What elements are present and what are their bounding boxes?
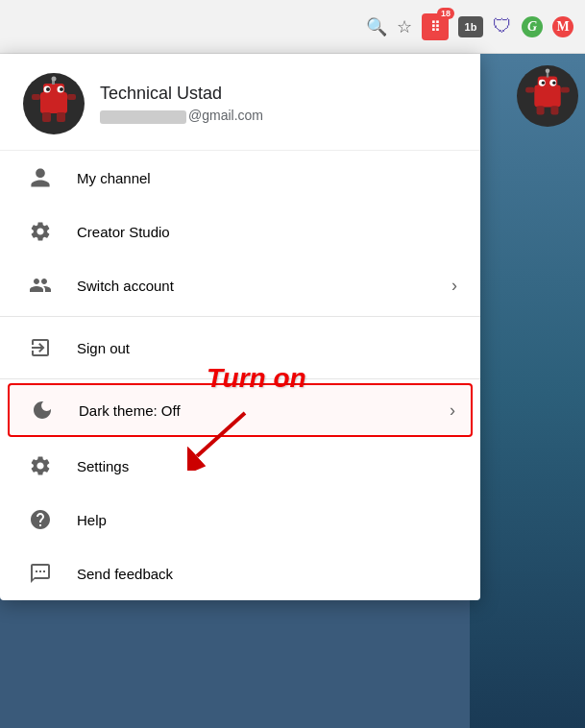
star-icon[interactable]: ☆ [397,16,412,37]
my-channel-label: My channel [77,170,457,186]
creator-studio-item[interactable]: Creator Studio [0,205,480,258]
dropdown-header: Technical Ustad @gmail.com [0,54,480,151]
switch-account-chevron: › [451,276,457,296]
background-panel [470,54,585,728]
svg-point-7 [542,82,545,85]
svg-rect-9 [537,106,545,114]
menu-divider-2 [0,378,480,379]
sign-out-icon [23,330,58,365]
svg-rect-25 [67,94,76,100]
user-avatar [23,73,85,134]
corner-avatar[interactable] [517,65,571,119]
svg-point-21 [60,87,63,91]
switch-account-icon [23,268,58,303]
svg-rect-24 [32,94,40,100]
user-info: Technical Ustad @gmail.com [100,84,263,123]
sign-out-label: Sign out [77,340,457,356]
svg-rect-23 [57,112,65,122]
send-feedback-item[interactable]: Send feedback [0,546,480,600]
email-blur [100,110,186,124]
svg-rect-11 [525,87,534,93]
switch-account-item[interactable]: Switch account › [0,258,480,312]
sign-out-item[interactable]: Sign out [0,321,480,375]
dark-theme-label: Dark theme: Off [79,402,450,419]
menu-divider-1 [0,316,480,317]
svg-rect-12 [561,87,570,93]
grammarly-icon[interactable]: G [522,16,543,37]
svg-rect-22 [42,112,51,122]
zoom-icon[interactable]: 🔍 [366,16,387,37]
svg-point-17 [52,77,57,82]
settings-icon [23,449,58,483]
help-icon [23,502,58,537]
feedback-icon [23,556,58,591]
ext-1b-icon[interactable]: 1b [458,16,483,37]
help-item[interactable]: Help [0,493,480,546]
vpn-icon[interactable]: 🛡 [493,15,512,37]
extensions-badge: 18 [437,8,454,19]
username: Technical Ustad [100,84,263,104]
svg-rect-10 [550,106,558,114]
svg-point-20 [46,87,50,91]
dark-theme-chevron: › [450,400,455,421]
extensions-wrapper[interactable]: ⠿ 18 [422,13,449,40]
account-dropdown: Technical Ustad @gmail.com My channel Cr… [0,54,480,600]
user-email: @gmail.com [100,108,263,123]
gmail-icon[interactable]: M [552,16,573,37]
svg-point-8 [552,82,555,85]
dark-theme-item[interactable]: Dark theme: Off › [8,383,473,437]
help-label: Help [77,512,457,528]
moon-icon [25,393,60,427]
browser-bar: 🔍 ☆ ⠿ 18 1b 🛡 G M [0,0,585,54]
send-feedback-label: Send feedback [77,566,457,582]
my-channel-item[interactable]: My channel [0,151,480,205]
switch-account-label: Switch account [77,278,451,294]
creator-studio-label: Creator Studio [77,224,457,240]
settings-item[interactable]: Settings [0,439,480,493]
creator-studio-icon [23,214,58,249]
settings-label: Settings [77,458,457,474]
svg-point-4 [546,68,550,73]
person-icon [23,160,58,195]
